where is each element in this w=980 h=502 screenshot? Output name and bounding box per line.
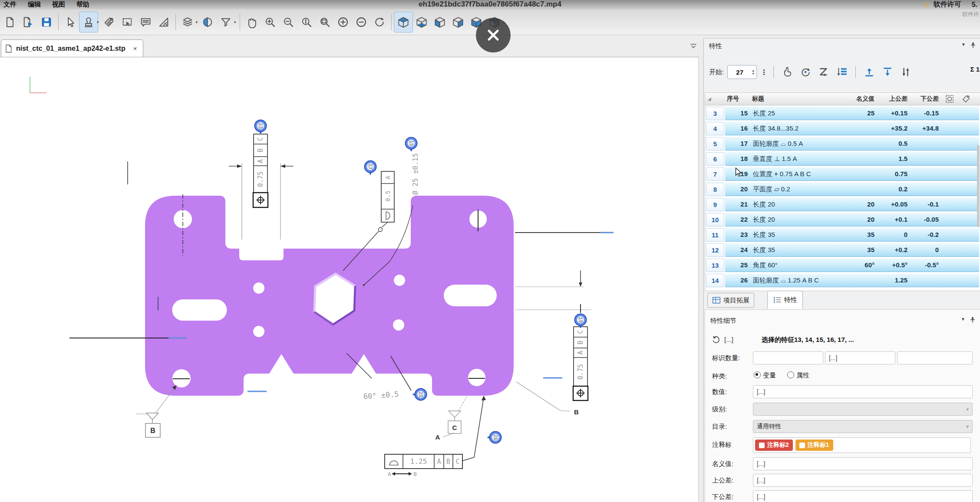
note-chip-1[interactable]: 注释标1 <box>795 440 833 451</box>
balloon-19[interactable]: 19 <box>575 314 587 329</box>
balloon-25[interactable]: 25 <box>412 389 427 400</box>
stamp-dropdown-icon[interactable]: ▾ <box>97 20 99 24</box>
open-file-button[interactable] <box>19 12 37 32</box>
balloon-15[interactable]: 15 <box>406 138 417 152</box>
fcf-position-top[interactable]: C B A 0.75 <box>229 134 294 240</box>
lower-tol-input[interactable]: [...] <box>753 490 973 502</box>
zoom-in-button[interactable] <box>261 12 279 32</box>
tab-close-icon[interactable]: × <box>133 45 137 52</box>
balloon-26[interactable]: 26 <box>487 432 502 443</box>
catalog-select[interactable]: 通用特性˅ <box>753 420 973 433</box>
spinner-up-icon[interactable]: ▲ <box>752 69 755 72</box>
marquee-select-button[interactable] <box>118 12 136 32</box>
upper-tol-input[interactable]: [...] <box>753 474 973 487</box>
checkbox-icon[interactable] <box>759 443 765 448</box>
pin-icon[interactable] <box>970 42 976 50</box>
measure-button[interactable] <box>155 12 173 32</box>
comment-button[interactable] <box>136 12 155 32</box>
table-row[interactable]: 7 19 位置度 ⌖ 0.75 A B C 0.75 <box>706 167 979 181</box>
table-row[interactable]: 3 15 长度 25 25 +0.15 -0.15 <box>706 107 979 120</box>
col-nominal[interactable]: 名义值 <box>856 95 874 103</box>
zoom-window-button[interactable] <box>316 12 334 32</box>
section-view-button[interactable] <box>198 12 217 32</box>
chevron-down-icon[interactable]: ▼ <box>961 317 965 322</box>
table-scrollbar[interactable] <box>977 145 980 227</box>
layers-button[interactable] <box>178 12 197 32</box>
table-row[interactable]: 10 22 长度 20 20 +0.1 -0.05 <box>706 213 979 226</box>
select-rotate-icon[interactable] <box>945 94 954 105</box>
tag-icon[interactable] <box>961 94 971 105</box>
sort-list-icon[interactable] <box>835 65 849 79</box>
drawing-canvas[interactable]: C B A 0.75 A 0.5 Ø 25 ±0.15 C <box>0 57 699 502</box>
spinner-down-icon[interactable]: ▼ <box>752 72 755 75</box>
rotate-view-button[interactable] <box>370 12 389 32</box>
selection-lasso-icon[interactable] <box>711 334 722 346</box>
filter-button[interactable] <box>217 12 235 32</box>
filter-dropdown-icon[interactable]: ▾ <box>234 20 236 24</box>
license-status[interactable]: ⚠ 软件许可 5. <box>923 0 977 9</box>
level-select[interactable]: ˅ <box>753 403 973 416</box>
table-row[interactable]: 6 18 垂直度 ⊥ 1.5 A 1.5 <box>706 152 979 166</box>
balloon-17[interactable]: 17 <box>365 161 376 176</box>
table-row[interactable]: 5 17 面轮廓度 ⌓ 0.5 A 0.5 <box>706 137 979 151</box>
id-count-input-1[interactable] <box>753 351 823 364</box>
zoom-extents-button[interactable] <box>297 12 316 32</box>
new-file-button[interactable] <box>1 12 19 32</box>
pan-hand-button[interactable] <box>243 12 261 32</box>
note-chip-2[interactable]: 注释标2 <box>755 440 793 451</box>
corner-sort-icon[interactable]: ◢ <box>708 96 711 101</box>
nominal-input[interactable]: [...] <box>753 457 973 470</box>
zoom-out-button[interactable] <box>279 12 297 32</box>
tag-button[interactable] <box>100 12 118 32</box>
stamp-button[interactable] <box>79 12 98 32</box>
layers-dropdown-icon[interactable]: ▾ <box>196 20 198 24</box>
datum-c-bottom[interactable]: C A <box>436 397 467 441</box>
table-row[interactable]: 11 23 长度 35 35 0 -0.2 <box>706 228 979 242</box>
id-count-input-2[interactable]: [...] <box>825 351 895 364</box>
view-cube-top-button[interactable] <box>394 12 412 32</box>
view-cube-bottom-button[interactable] <box>412 12 431 32</box>
video-close-button[interactable] <box>476 18 511 52</box>
rotate-refresh-icon[interactable] <box>798 65 813 79</box>
collapse-panel-icon[interactable] <box>690 43 697 52</box>
tab-project-expand[interactable]: 项目拓展 <box>707 293 754 308</box>
table-row[interactable]: 8 20 平面度 ▱ 0.2 0.2 <box>706 183 979 196</box>
col-seq[interactable]: 序号 <box>727 95 739 103</box>
datum-b-right[interactable]: B <box>516 382 579 416</box>
dock-bottom-icon[interactable] <box>880 65 895 79</box>
document-tab[interactable]: nist_ctc_01_asme1_ap242-e1.stp × <box>1 39 143 57</box>
view-cube-left-button[interactable] <box>431 12 449 32</box>
add-circle-button[interactable] <box>334 12 352 32</box>
radio-variable[interactable] <box>754 371 761 378</box>
table-row[interactable]: 4 16 长度 34.8...35.2 +35.2 +34.8 <box>706 122 979 135</box>
hand-pointer-icon[interactable] <box>780 65 795 79</box>
part[interactable] <box>145 196 514 396</box>
more-options-icon[interactable]: ⋮ <box>760 68 767 76</box>
table-row[interactable]: 14 26 面轮廓度 ⌓ 1.25 A B C 1.25 <box>706 274 979 287</box>
swap-updown-icon[interactable] <box>898 65 913 79</box>
cad-drawing[interactable]: C B A 0.75 A 0.5 Ø 25 ±0.15 C <box>0 57 698 502</box>
z-order-icon[interactable] <box>816 65 831 79</box>
value-input[interactable]: [...] <box>753 385 973 398</box>
datum-b-left[interactable]: B <box>136 385 177 437</box>
id-count-input-3[interactable] <box>897 351 973 364</box>
select-cursor-button[interactable] <box>61 12 79 32</box>
balloon-13[interactable]: 13 <box>255 120 267 135</box>
chevron-down-icon[interactable]: ▼ <box>961 42 966 47</box>
dock-top-icon[interactable] <box>862 65 877 79</box>
start-spinner[interactable]: 27 ▲▼ <box>727 65 757 79</box>
fcf-position-right[interactable]: C B A 0.75 <box>573 327 588 400</box>
view-cube-right-button[interactable] <box>449 12 467 32</box>
tab-properties[interactable]: 特性 <box>767 291 803 309</box>
pin-icon[interactable] <box>970 317 976 325</box>
table-row[interactable]: 9 21 长度 20 20 +0.05 -0.1 <box>706 198 979 211</box>
table-header[interactable]: ◢ 序号 标题 名义值 上公差 下公差 <box>705 93 980 105</box>
table-row[interactable]: 12 24 长度 35 35 +0.2 0 <box>706 243 979 257</box>
note-chips-field[interactable]: 注释标2 注释标1 <box>753 437 971 453</box>
remove-circle-button[interactable] <box>352 12 370 32</box>
checkbox-icon[interactable] <box>799 443 805 448</box>
col-upper[interactable]: 上公差 <box>889 95 907 103</box>
table-row[interactable]: 13 25 角度 60° 60° +0.5° -0.5° <box>706 259 979 272</box>
radio-attribute[interactable] <box>787 371 794 378</box>
save-button[interactable] <box>37 12 56 32</box>
